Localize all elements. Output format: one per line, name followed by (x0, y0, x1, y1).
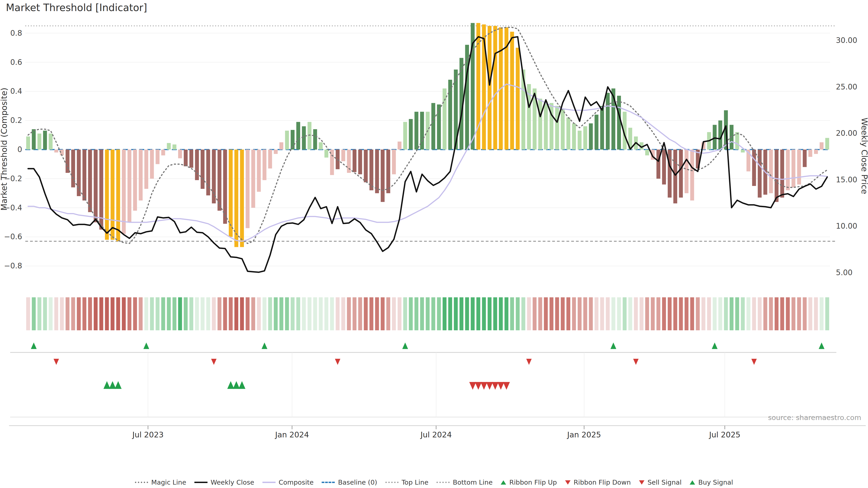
right-tick-label: 30.00 (836, 36, 857, 45)
legend-item-bottom-line: Bottom Line (436, 479, 493, 486)
x-tick-label: Jul 2025 (709, 430, 740, 439)
x-tick-label: Jul 2024 (420, 430, 452, 439)
left-tick-label: 0 (18, 145, 22, 154)
threshold-bars (26, 23, 829, 247)
momentum-ribbon (26, 297, 829, 330)
left-tick-label: 0.6 (10, 58, 22, 67)
dashed-line-swatch (322, 482, 335, 483)
signal-markers (31, 343, 825, 390)
dotted-line-swatch (436, 482, 450, 483)
legend-label: Buy Signal (698, 479, 733, 486)
left-tick-label: 0.8 (10, 29, 22, 37)
legend-label: Baseline (0) (338, 479, 377, 486)
legend-label: Top Line (402, 479, 429, 486)
left-tick-label: 0.4 (10, 87, 22, 96)
left-axis: 0.80.60.40.20−0.2−0.4−0.6−0.8Market Thre… (0, 29, 22, 270)
legend-item-top-line: Top Line (385, 479, 429, 486)
left-axis-title: Market Threshold (Composite) (0, 88, 8, 210)
legend-label: Ribbon Flip Up (509, 479, 557, 486)
legend-item-ribbon-flip-up: Ribbon Flip Up (501, 479, 557, 486)
x-axis: Jul 2023Jan 2024Jul 2024Jan 2025Jul 2025 (9, 426, 866, 439)
dotted-line-swatch (135, 482, 148, 483)
legend-label: Composite (279, 479, 314, 486)
right-tick-label: 20.00 (836, 129, 857, 138)
left-tick-label: −0.8 (4, 261, 22, 270)
source-note: source: sharemaestro.com (768, 414, 861, 422)
indicator-chart-svg: Jul 2023Jan 2024Jul 2024Jan 2025Jul 2025… (0, 0, 868, 488)
right-tick-label: 10.00 (836, 222, 857, 230)
legend-item-composite: Composite (262, 479, 314, 486)
triangle-down-icon (639, 480, 645, 485)
right-tick-label: 5.00 (836, 268, 852, 277)
right-axis: 30.0025.0020.0015.0010.005.00Weekly Clos… (836, 36, 868, 277)
left-tick-label: 0.2 (10, 116, 22, 125)
legend-label: Magic Line (151, 479, 186, 486)
legend-item-baseline-0-: Baseline (0) (322, 479, 377, 486)
x-tick-label: Jan 2024 (275, 430, 309, 439)
right-axis-title: Weekly Close Price (860, 118, 868, 194)
left-tick-label: −0.6 (4, 232, 22, 241)
legend-label: Weekly Close (211, 479, 254, 486)
legend-label: Ribbon Flip Down (574, 479, 631, 486)
legend-label: Sell Signal (648, 479, 682, 486)
solid-line-swatch (262, 482, 276, 483)
right-tick-label: 25.00 (836, 83, 857, 91)
triangle-down-icon (565, 480, 570, 485)
signal-panel (10, 352, 836, 417)
legend-label: Bottom Line (453, 479, 493, 486)
x-tick-label: Jul 2023 (132, 430, 164, 439)
right-tick-label: 15.00 (836, 175, 857, 184)
dotted-line-swatch (385, 482, 399, 483)
legend-item-buy-signal: Buy Signal (690, 479, 733, 486)
legend-item-weekly-close: Weekly Close (194, 479, 254, 486)
triangle-up-icon (690, 480, 695, 485)
solid-line-swatch (194, 482, 208, 483)
legend-item-sell-signal: Sell Signal (639, 479, 682, 486)
x-tick-label: Jan 2025 (567, 430, 601, 439)
legend-item-ribbon-flip-down: Ribbon Flip Down (565, 479, 631, 486)
legend-item-magic-line: Magic Line (135, 479, 186, 486)
legend: Magic LineWeekly CloseCompositeBaseline … (0, 479, 868, 486)
triangle-up-icon (501, 480, 506, 485)
